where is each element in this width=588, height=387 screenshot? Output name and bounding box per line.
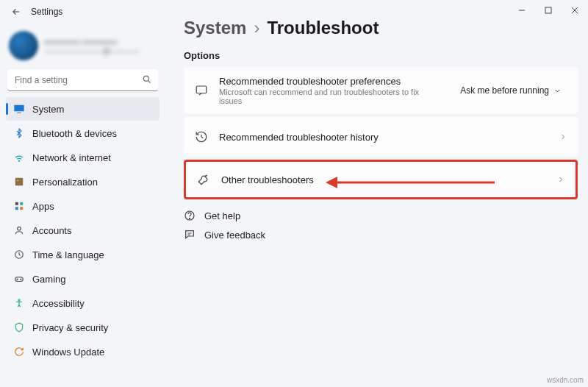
search-field[interactable] (7, 69, 158, 91)
wrench-icon (196, 173, 211, 186)
sidebar-item-privacy[interactable]: Privacy & security (6, 316, 159, 339)
svg-point-15 (18, 227, 21, 230)
card-preferences[interactable]: Recommended troubleshooter preferences M… (184, 67, 578, 114)
watermark: wsxdn.com (547, 376, 584, 384)
svg-rect-13 (15, 207, 18, 210)
card-title: Recommended troubleshooter history (219, 132, 548, 143)
breadcrumb-parent[interactable]: System (184, 18, 246, 38)
apps-icon (13, 200, 25, 212)
svg-point-8 (18, 160, 19, 161)
sidebar-label: Gaming (32, 274, 66, 285)
feedback-icon (184, 229, 197, 241)
sidebar-nav: System Bluetooth & devices Network & int… (6, 97, 159, 363)
sidebar-label: Time & language (32, 249, 104, 260)
get-help-link[interactable]: Get help (184, 210, 578, 221)
svg-rect-20 (196, 86, 207, 93)
sidebar-label: Accounts (32, 225, 71, 236)
chevron-right-icon (559, 132, 567, 141)
sidebar-label: Accessibility (32, 298, 85, 309)
sidebar-item-gaming[interactable]: Gaming (6, 267, 159, 291)
gaming-icon (13, 273, 25, 285)
card-history[interactable]: Recommended troubleshooter history (184, 117, 578, 157)
annotation-arrow (326, 174, 495, 191)
sidebar-item-accounts[interactable]: Accounts (6, 219, 159, 242)
profile-email: ————————@———— (44, 47, 140, 55)
sidebar-label: Network & internet (32, 152, 111, 163)
sidebar-label: Bluetooth & devices (32, 128, 117, 139)
privacy-icon (13, 322, 25, 333)
network-icon (13, 152, 25, 163)
profile-block[interactable]: ———— ———— ————————@———— (6, 26, 159, 68)
svg-point-18 (21, 279, 21, 280)
svg-rect-1 (545, 7, 551, 13)
sidebar-item-network[interactable]: Network & internet (6, 146, 159, 169)
svg-rect-11 (15, 202, 18, 205)
history-icon (194, 130, 209, 143)
svg-point-4 (143, 76, 148, 81)
svg-marker-22 (326, 177, 337, 188)
sidebar-label: Personalization (32, 177, 98, 188)
profile-name: ———— ———— (44, 37, 140, 47)
avatar (9, 31, 38, 60)
card-title: Recommended troubleshooter preferences (219, 76, 444, 87)
sidebar-item-time[interactable]: Time & language (6, 243, 159, 266)
sidebar-item-personalization[interactable]: Personalization (6, 170, 159, 194)
sidebar-item-bluetooth[interactable]: Bluetooth & devices (6, 121, 159, 145)
page-title: Troubleshoot (267, 18, 379, 38)
svg-point-24 (189, 218, 190, 219)
dropdown-value: Ask me before running (460, 85, 549, 96)
link-label: Get help (204, 210, 240, 221)
svg-point-10 (17, 180, 18, 181)
card-other-troubleshooters[interactable]: Other troubleshooters (184, 160, 578, 199)
sidebar-label: System (32, 104, 64, 115)
update-icon (13, 346, 25, 358)
sidebar-label: Privacy & security (32, 322, 108, 333)
svg-rect-12 (20, 202, 23, 205)
svg-rect-6 (14, 105, 24, 112)
card-subtitle: Microsoft can recommend and run troubles… (219, 88, 444, 105)
section-heading: Options (184, 50, 578, 61)
svg-rect-14 (20, 207, 23, 210)
personalization-icon (13, 176, 25, 188)
chat-icon (194, 84, 209, 97)
svg-point-19 (18, 299, 20, 301)
search-input[interactable] (7, 69, 158, 91)
chevron-right-icon: › (254, 18, 259, 38)
system-icon (13, 103, 25, 115)
time-icon (13, 249, 25, 260)
link-label: Give feedback (204, 230, 265, 241)
breadcrumb: System › Troubleshoot (184, 18, 578, 38)
give-feedback-link[interactable]: Give feedback (184, 229, 578, 241)
svg-line-5 (148, 80, 150, 82)
svg-rect-9 (15, 178, 24, 186)
svg-rect-7 (17, 113, 21, 113)
chevron-down-icon (553, 87, 562, 95)
search-icon (142, 74, 152, 85)
sidebar-item-update[interactable]: Windows Update (6, 340, 159, 363)
accounts-icon (13, 224, 25, 236)
back-button[interactable] (6, 1, 26, 22)
svg-rect-17 (15, 277, 24, 282)
sidebar-item-apps[interactable]: Apps (6, 194, 159, 218)
app-title: Settings (31, 7, 62, 17)
sidebar-label: Apps (32, 201, 54, 212)
sidebar-label: Windows Update (32, 347, 104, 358)
preference-dropdown[interactable]: Ask me before running (454, 82, 567, 99)
sidebar-item-accessibility[interactable]: Accessibility (6, 291, 159, 315)
help-icon (184, 210, 197, 221)
chevron-right-icon (556, 175, 565, 184)
sidebar-item-system[interactable]: System (6, 97, 159, 121)
bluetooth-icon (13, 127, 25, 139)
accessibility-icon (13, 297, 25, 309)
